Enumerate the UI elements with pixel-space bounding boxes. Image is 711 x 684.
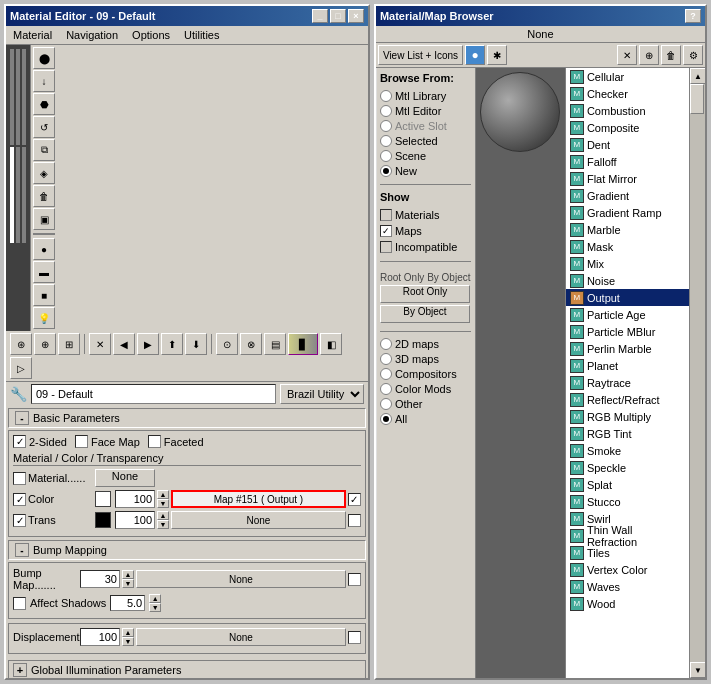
bump-value-input[interactable] [80, 570, 120, 588]
map-item-flat-mirror[interactable]: M Flat Mirror [566, 170, 689, 187]
toolbar-btn-9[interactable]: ⊙ [216, 333, 238, 355]
show-maps-checkbox[interactable] [380, 225, 392, 237]
map-item-thin-wall-refraction[interactable]: M Thin Wall Refraction [566, 527, 689, 544]
map-item-dent[interactable]: M Dent [566, 136, 689, 153]
toolbar-btn-14[interactable]: ▷ [10, 357, 32, 379]
menu-utilities[interactable]: Utilities [181, 28, 222, 42]
radio-comp-btn[interactable] [380, 368, 392, 380]
map-item-falloff[interactable]: M Falloff [566, 153, 689, 170]
light-button[interactable]: 💡 [33, 307, 55, 329]
radio-other[interactable]: Other [380, 398, 471, 410]
config-button[interactable]: ⚙ [683, 45, 703, 65]
radio-mtl-library-btn[interactable] [380, 90, 392, 102]
map-item-composite[interactable]: M Composite [566, 119, 689, 136]
preview-slot-5[interactable] [16, 147, 20, 243]
copy-button[interactable]: ⧉ [33, 139, 55, 161]
shadows-value-input[interactable] [110, 595, 145, 611]
radio-all[interactable]: All [380, 413, 471, 425]
material-enable-checkbox[interactable] [13, 472, 26, 485]
map-item-rgb-multiply[interactable]: M RGB Multiply [566, 408, 689, 425]
put-material-button[interactable]: ↓ [33, 70, 55, 92]
face-map-label[interactable]: Face Map [75, 435, 140, 448]
toolbar-btn-7[interactable]: ⬆ [161, 333, 183, 355]
faceted-checkbox[interactable] [148, 435, 161, 448]
radio-mtl-editor-btn[interactable] [380, 105, 392, 117]
map-item-rgb-tint[interactable]: M RGB Tint [566, 425, 689, 442]
sphere-button[interactable]: ● [33, 238, 55, 260]
radio-2d-btn[interactable] [380, 338, 392, 350]
radio-3d-maps[interactable]: 3D maps [380, 353, 471, 365]
trans-map-button[interactable]: None [171, 511, 346, 529]
close-button[interactable]: × [348, 9, 364, 23]
map-item-marble[interactable]: M Marble [566, 221, 689, 238]
color-value-input[interactable] [115, 490, 155, 508]
menu-material[interactable]: Material [10, 28, 55, 42]
bump-toggle[interactable]: - [15, 543, 29, 557]
toolbar-btn-3[interactable]: ⊞ [58, 333, 80, 355]
disp-spin-up[interactable]: ▲ [122, 628, 134, 637]
toolbar-btn-10[interactable]: ⊗ [240, 333, 262, 355]
basic-params-header[interactable]: - Basic Parameters [8, 408, 366, 428]
slot-name-input[interactable] [31, 384, 276, 404]
map-item-gradient-ramp[interactable]: M Gradient Ramp [566, 204, 689, 221]
bump-spin-up[interactable]: ▲ [122, 570, 134, 579]
radio-other-btn[interactable] [380, 398, 392, 410]
shadows-spin-up[interactable]: ▲ [149, 594, 161, 603]
map-item-particle-mblur[interactable]: M Particle MBlur [566, 323, 689, 340]
cylinder-button[interactable]: ▬ [33, 261, 55, 283]
map-item-mix[interactable]: M Mix [566, 255, 689, 272]
radio-scene[interactable]: Scene [380, 150, 471, 162]
show-materials-row[interactable]: Materials [380, 209, 471, 221]
map-item-gradient[interactable]: M Gradient [566, 187, 689, 204]
radio-selected[interactable]: Selected [380, 135, 471, 147]
copy-browser-button[interactable]: ⊕ [639, 45, 659, 65]
trans-value-input[interactable] [115, 511, 155, 529]
radio-scene-btn[interactable] [380, 150, 392, 162]
color-map-button[interactable]: Map #151 ( Output ) [171, 490, 346, 508]
toolbar-btn-4[interactable]: ✕ [89, 333, 111, 355]
bump-spin-down[interactable]: ▼ [122, 579, 134, 588]
box-button[interactable]: ■ [33, 284, 55, 306]
radio-compositors[interactable]: Compositors [380, 368, 471, 380]
faceted-label[interactable]: Faceted [148, 435, 204, 448]
bump-map-checkbox[interactable] [348, 573, 361, 586]
color-swatch[interactable] [95, 491, 111, 507]
video-color-button[interactable]: ▣ [33, 208, 55, 230]
map-item-mask[interactable]: M Mask [566, 238, 689, 255]
scroll-down-button[interactable]: ▼ [690, 662, 705, 678]
two-sided-label[interactable]: 2-Sided [13, 435, 67, 448]
preview-slot-2[interactable] [16, 49, 20, 145]
utility-select[interactable]: Brazil Utility [280, 384, 364, 404]
map-item-reflect-refract[interactable]: M Reflect/Refract [566, 391, 689, 408]
scroll-track[interactable] [690, 84, 705, 662]
radio-color-mods[interactable]: Color Mods [380, 383, 471, 395]
radio-active-slot[interactable]: Active Slot [380, 120, 471, 132]
displacement-value-input[interactable] [80, 628, 120, 646]
preview-slot-6[interactable] [22, 147, 26, 243]
map-item-stucco[interactable]: M Stucco [566, 493, 689, 510]
map-item-perlin-marble[interactable]: M Perlin Marble [566, 340, 689, 357]
radio-active-slot-btn[interactable] [380, 120, 392, 132]
show-materials-checkbox[interactable] [380, 209, 392, 221]
menu-navigation[interactable]: Navigation [63, 28, 121, 42]
blue-dot-button[interactable]: ● [465, 45, 485, 65]
menu-options[interactable]: Options [129, 28, 173, 42]
assign-material-button[interactable]: ⬣ [33, 93, 55, 115]
color-spin-down[interactable]: ▼ [157, 499, 169, 508]
map-item-splat[interactable]: M Splat [566, 476, 689, 493]
reset-button[interactable]: ↺ [33, 116, 55, 138]
map-item-planet[interactable]: M Planet [566, 357, 689, 374]
map-item-cellular[interactable]: M Cellular [566, 68, 689, 85]
maximize-button[interactable]: □ [330, 9, 346, 23]
show-incompatible-checkbox[interactable] [380, 241, 392, 253]
material-none-button[interactable]: None [95, 469, 155, 487]
global-illumination-row[interactable]: + Global Illumination Parameters [8, 660, 366, 678]
color-enable-checkbox[interactable] [13, 493, 26, 506]
clear-button[interactable]: ✕ [617, 45, 637, 65]
preview-slot-1[interactable] [10, 49, 14, 145]
displacement-map-checkbox[interactable] [348, 631, 361, 644]
toolbar-btn-6[interactable]: ▶ [137, 333, 159, 355]
map-item-noise[interactable]: M Noise [566, 272, 689, 289]
minimize-button[interactable]: _ [312, 9, 328, 23]
radio-3d-btn[interactable] [380, 353, 392, 365]
